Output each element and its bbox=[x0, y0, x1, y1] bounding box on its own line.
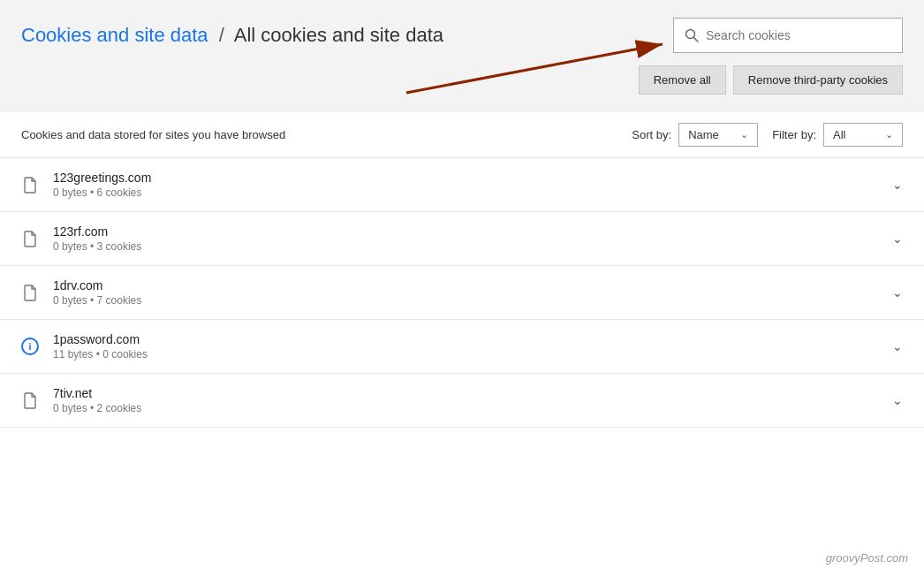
filter-dropdown[interactable]: All ⌄ bbox=[823, 123, 903, 147]
page-title: Cookies and site data / All cookies and … bbox=[21, 24, 443, 47]
site-name: 1drv.com bbox=[53, 278, 892, 292]
list-item[interactable]: 1drv.com 0 bytes • 7 cookies ⌄ bbox=[0, 266, 924, 320]
breadcrumb-separator: / bbox=[219, 24, 224, 46]
site-name: 123rf.com bbox=[53, 224, 892, 239]
site-name: 123greetings.com bbox=[53, 171, 892, 185]
site-details: 0 bytes • 3 cookies bbox=[53, 240, 892, 253]
sort-dropdown[interactable]: Name ⌄ bbox=[678, 123, 758, 147]
site-info: 1drv.com 0 bytes • 7 cookies bbox=[53, 278, 892, 307]
svg-line-1 bbox=[694, 38, 699, 42]
site-name: 7tiv.net bbox=[53, 386, 892, 400]
expand-icon: ⌄ bbox=[892, 393, 903, 407]
site-name: 1password.com bbox=[53, 332, 892, 346]
sort-value: Name bbox=[688, 128, 719, 141]
search-input[interactable] bbox=[706, 28, 891, 42]
expand-icon: ⌄ bbox=[892, 232, 903, 246]
watermark: groovyPost.com bbox=[826, 551, 908, 565]
breadcrumb-link[interactable]: Cookies and site data bbox=[21, 24, 208, 46]
site-info: 7tiv.net 0 bytes • 2 cookies bbox=[53, 386, 892, 414]
list-item[interactable]: 7tiv.net 0 bytes • 2 cookies ⌄ bbox=[0, 374, 924, 428]
list-item[interactable]: i 1password.com 11 bytes • 0 cookies ⌄ bbox=[0, 320, 924, 374]
sort-group: Sort by: Name ⌄ bbox=[632, 123, 758, 147]
site-details: 0 bytes • 6 cookies bbox=[53, 186, 892, 199]
sort-label: Sort by: bbox=[632, 128, 671, 141]
file-icon bbox=[21, 230, 39, 247]
info-icon: i bbox=[21, 338, 39, 355]
site-details: 0 bytes • 7 cookies bbox=[53, 294, 892, 307]
search-icon bbox=[685, 28, 699, 42]
site-details: 0 bytes • 2 cookies bbox=[53, 402, 892, 414]
remove-third-party-button[interactable]: Remove third-party cookies bbox=[733, 65, 903, 95]
list-item[interactable]: 123rf.com 0 bytes • 3 cookies ⌄ bbox=[0, 212, 924, 266]
page-container: Cookies and site data / All cookies and … bbox=[0, 0, 924, 577]
sort-chevron-icon: ⌄ bbox=[740, 129, 748, 140]
filter-label: Filter by: bbox=[772, 128, 816, 141]
file-icon bbox=[21, 284, 39, 301]
search-box[interactable] bbox=[673, 18, 903, 53]
remove-all-button[interactable]: Remove all bbox=[639, 65, 726, 95]
list-item[interactable]: 123greetings.com 0 bytes • 6 cookies ⌄ bbox=[0, 158, 924, 212]
site-details: 11 bytes • 0 cookies bbox=[53, 348, 892, 361]
site-info: 123rf.com 0 bytes • 3 cookies bbox=[53, 224, 892, 253]
filter-value: All bbox=[833, 128, 845, 141]
expand-icon: ⌄ bbox=[892, 339, 903, 353]
file-icon bbox=[21, 176, 39, 194]
sites-list: 123greetings.com 0 bytes • 6 cookies ⌄ 1… bbox=[0, 158, 924, 428]
filter-row: Cookies and data stored for sites you ha… bbox=[0, 112, 924, 158]
file-icon bbox=[21, 391, 39, 409]
expand-icon: ⌄ bbox=[892, 178, 903, 192]
filter-chevron-icon: ⌄ bbox=[885, 129, 893, 140]
buttons-row: Remove all Remove third-party cookies bbox=[21, 65, 903, 98]
breadcrumb-current: All cookies and site data bbox=[234, 24, 443, 46]
site-info: 1password.com 11 bytes • 0 cookies bbox=[53, 332, 892, 361]
filter-group: Filter by: All ⌄ bbox=[772, 123, 903, 147]
header-area: Cookies and site data / All cookies and … bbox=[0, 0, 924, 112]
breadcrumb-row: Cookies and site data / All cookies and … bbox=[21, 18, 903, 53]
expand-icon: ⌄ bbox=[892, 285, 903, 300]
filter-description: Cookies and data stored for sites you ha… bbox=[21, 128, 285, 141]
site-info: 123greetings.com 0 bytes • 6 cookies bbox=[53, 171, 892, 199]
filter-controls: Sort by: Name ⌄ Filter by: All ⌄ bbox=[632, 123, 903, 147]
